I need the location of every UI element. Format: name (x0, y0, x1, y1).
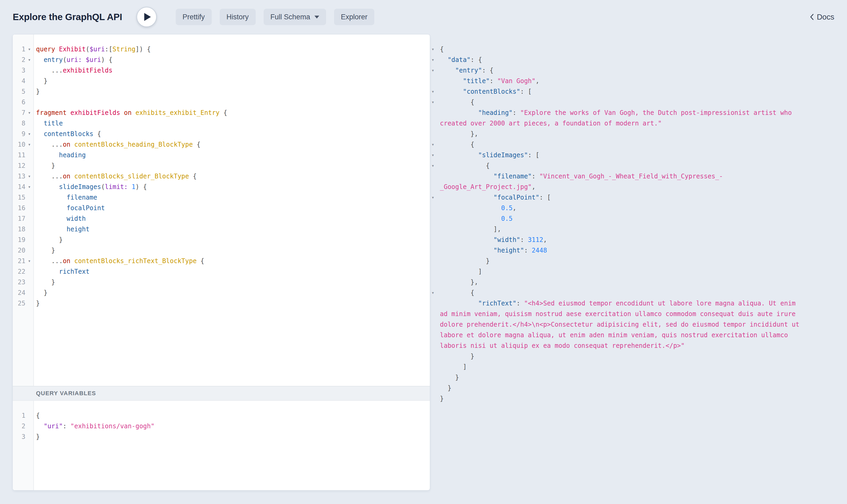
line-number: 5 (13, 86, 25, 97)
code-line: 2▾ entry(uri: $uri) { (13, 55, 430, 65)
fold-spacer (431, 224, 440, 235)
fold-arrow-icon[interactable]: ▾ (431, 150, 440, 160)
code-line: ▾ "slideImages": [ (431, 150, 809, 160)
fold-arrow-icon[interactable]: ▾ (431, 65, 440, 76)
explorer-button[interactable]: Explorer (334, 9, 375, 25)
fold-arrow-icon[interactable]: ▾ (431, 192, 440, 203)
code-line: "richText": "<h4>Sed eiusmod tempor enco… (431, 298, 809, 351)
code-text: { (440, 97, 804, 107)
code-text: ...on contentBlocks_richText_BlockType { (33, 256, 430, 266)
code-text: "width": 3112, (440, 235, 804, 245)
code-text: "heading": "Explore the works of Van Gog… (440, 107, 804, 129)
code-text: contentBlocks { (33, 129, 430, 139)
code-text: "richText": "<h4>Sed eiusmod tempor enco… (440, 298, 804, 351)
fold-arrow-icon[interactable]: ▾ (25, 139, 33, 150)
toolbar: Prettify History Full Schema Explorer (176, 9, 375, 25)
fold-spacer (25, 287, 33, 298)
code-line: "height": 2448 (431, 245, 809, 256)
code-text: height (33, 224, 430, 235)
code-line: 15 filename (13, 192, 430, 203)
code-line: ▾{ (431, 44, 809, 55)
code-text: query Exhibit($uri:[String]) { (33, 44, 430, 55)
code-text: filename (33, 192, 430, 203)
query-variables-header[interactable]: QUERY VARIABLES (13, 386, 430, 401)
code-line: 19 } (13, 235, 430, 245)
code-text: } (440, 383, 804, 393)
code-text: "data": { (440, 55, 804, 65)
page-title: Explore the GraphQL API (13, 12, 122, 22)
fold-arrow-icon[interactable]: ▾ (25, 55, 33, 65)
result-viewer: ▾{▾ "data": {▾ "entry": { "title": "Van … (431, 34, 809, 404)
fold-arrow-icon[interactable]: ▾ (431, 160, 440, 171)
fold-spacer (25, 298, 33, 309)
fold-spacer (431, 76, 440, 86)
line-number: 2 (13, 421, 25, 431)
code-line: "title": "Van Gogh", (431, 76, 809, 86)
variables-editor[interactable]: 1{2 "uri": "exhibitions/van-gogh"3} (13, 401, 430, 490)
line-number: 12 (13, 160, 25, 171)
code-text: } (33, 245, 430, 256)
fold-spacer (431, 393, 440, 404)
line-number: 3 (13, 65, 25, 76)
code-line: 6 (13, 97, 430, 107)
code-line: 20 } (13, 245, 430, 256)
code-text: title (33, 118, 430, 129)
fold-spacer (431, 266, 440, 277)
fold-arrow-icon[interactable]: ▾ (25, 129, 33, 139)
code-line: "width": 3112, (431, 235, 809, 245)
prettify-button[interactable]: Prettify (176, 9, 212, 25)
code-line: ▾ { (431, 287, 809, 298)
code-line: }, (431, 129, 809, 139)
code-line: ], (431, 224, 809, 235)
code-text: "entry": { (440, 65, 804, 76)
code-text: 0.5, (440, 203, 804, 213)
code-line: 16 focalPoint (13, 203, 430, 213)
code-line: } (431, 351, 809, 362)
line-number: 20 (13, 245, 25, 256)
fold-spacer (25, 97, 33, 107)
query-variables-title: QUERY VARIABLES (36, 390, 96, 397)
line-number: 17 (13, 213, 25, 224)
code-line: } (431, 372, 809, 383)
code-text: 0.5 (440, 213, 804, 224)
schema-select-button[interactable]: Full Schema (264, 9, 326, 25)
code-text: { (33, 410, 430, 421)
code-text: "focalPoint": [ (440, 192, 804, 203)
code-text: } (33, 431, 430, 442)
fold-spacer (25, 213, 33, 224)
fold-arrow-icon[interactable]: ▾ (431, 287, 440, 298)
fold-spacer (25, 150, 33, 160)
schema-select-label: Full Schema (271, 13, 310, 21)
line-number: 1 (13, 410, 25, 421)
history-button[interactable]: History (220, 9, 256, 25)
fold-arrow-icon[interactable]: ▾ (431, 86, 440, 97)
fold-arrow-icon[interactable]: ▾ (25, 182, 33, 192)
fold-arrow-icon[interactable]: ▾ (431, 55, 440, 65)
code-text: "slideImages": [ (440, 150, 804, 160)
execute-query-button[interactable] (137, 7, 157, 27)
query-editor[interactable]: 1▾query Exhibit($uri:[String]) {2▾ entry… (13, 34, 430, 386)
line-number: 3 (13, 431, 25, 442)
line-number: 22 (13, 266, 25, 277)
line-number: 7 (13, 107, 25, 118)
fold-arrow-icon[interactable]: ▾ (25, 256, 33, 266)
code-line: 1▾query Exhibit($uri:[String]) { (13, 44, 430, 55)
code-line: 13▾ ...on contentBlocks_slider_BlockType… (13, 171, 430, 182)
code-line: 0.5 (431, 213, 809, 224)
code-line: 1{ (13, 410, 430, 421)
fold-arrow-icon[interactable]: ▾ (25, 171, 33, 182)
code-line: 24 } (13, 287, 430, 298)
fold-arrow-icon[interactable]: ▾ (431, 139, 440, 150)
code-text: "contentBlocks": [ (440, 86, 804, 97)
code-line: 12 } (13, 160, 430, 171)
docs-link[interactable]: Docs (809, 13, 834, 21)
fold-spacer (25, 245, 33, 256)
code-line: ▾ "contentBlocks": [ (431, 86, 809, 97)
fold-arrow-icon[interactable]: ▾ (431, 44, 440, 55)
fold-arrow-icon[interactable]: ▾ (431, 97, 440, 107)
fold-spacer (431, 256, 440, 266)
fold-arrow-icon[interactable]: ▾ (25, 44, 33, 55)
code-text: } (33, 86, 430, 97)
fold-arrow-icon[interactable]: ▾ (25, 107, 33, 118)
code-text: } (33, 76, 430, 86)
